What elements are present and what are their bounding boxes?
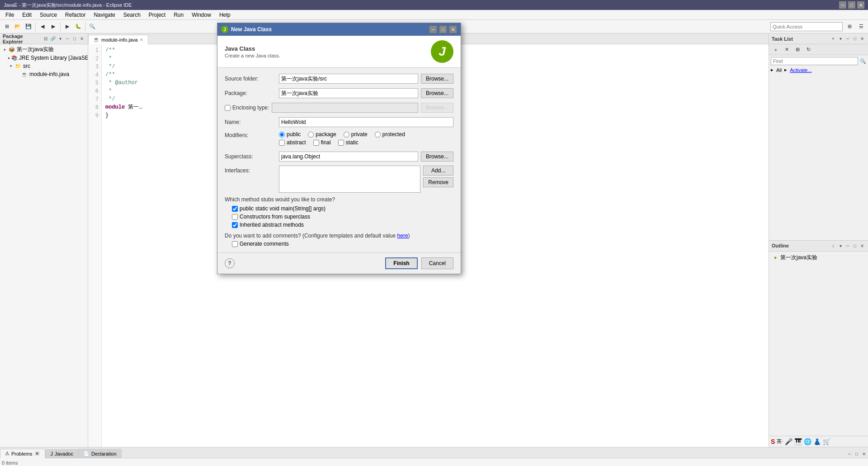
modifiers-row: Modifiers: public package pr (225, 131, 453, 147)
modifiers-options: public package private protected (279, 131, 453, 147)
enclosing-type-row: Enclosing type: Browse... (225, 102, 453, 113)
comments-section: Do you want to add comments? (Configure … (225, 233, 453, 247)
modifier-abstract-label: abstract (287, 139, 306, 146)
modifier-protected-radio[interactable] (375, 132, 381, 138)
dialog-restore-btn[interactable]: □ (439, 25, 447, 33)
comments-here-link[interactable]: here (397, 233, 408, 239)
source-folder-browse-btn[interactable]: Browse... (421, 74, 453, 84)
comments-question-end: ) (408, 233, 410, 239)
generate-comments-row: Generate comments (225, 241, 453, 247)
dialog-footer: ? Finish Cancel (217, 252, 461, 274)
modifier-abstract-option[interactable]: abstract (279, 139, 306, 146)
stubs-options: public static void main(String[] args) C… (225, 205, 453, 228)
stub-inherited-label: Inherited abstract methods (240, 222, 304, 228)
name-field (279, 117, 453, 127)
package-field: Browse... (279, 88, 453, 98)
stubs-question: Which method stubs would you like to cre… (225, 196, 453, 203)
dialog-body: Source folder: Browse... Package: Browse… (217, 68, 461, 252)
dialog-title-controls: ─ □ ✕ (429, 25, 457, 33)
enclosing-type-label: Enclosing type: (232, 105, 269, 111)
enclosing-field: Browse... (272, 103, 453, 113)
superclass-label: Superclass: (225, 153, 279, 160)
modifier-static-label: static (346, 139, 359, 146)
dialog-titlebar: J New Java Class ─ □ ✕ (217, 23, 461, 36)
comments-question-text: Do you want to add comments? (Configure … (225, 233, 397, 239)
modifier-abstract-checkbox[interactable] (279, 140, 285, 146)
generate-comments-option[interactable]: Generate comments (232, 241, 453, 247)
dialog-overlay: J New Java Class ─ □ ✕ Java Class Create… (0, 0, 868, 466)
modifier-public-label: public (287, 131, 301, 138)
name-input[interactable] (279, 117, 453, 127)
add-interface-btn[interactable]: Add... (423, 166, 453, 176)
modifiers-label: Modifiers: (225, 131, 279, 138)
finish-button[interactable]: Finish (385, 257, 417, 269)
name-row: Name: (225, 117, 453, 128)
modifier-package-label: package (316, 131, 336, 138)
stub-inherited-option[interactable]: Inherited abstract methods (232, 222, 453, 228)
interfaces-row: Interfaces: Add... Remove (225, 166, 453, 193)
modifier-protected-label: protected (382, 131, 405, 138)
enclosing-checkbox-area: Enclosing type: (225, 105, 269, 111)
modifier-package-radio[interactable] (308, 132, 314, 138)
comments-question-row: Do you want to add comments? (Configure … (225, 233, 453, 239)
dialog-java-letter: J (439, 44, 446, 59)
dialog-header: Java Class Create a new Java class. J (217, 36, 461, 68)
package-browse-btn[interactable]: Browse... (421, 88, 453, 98)
modifier-protected-option[interactable]: protected (375, 131, 405, 138)
dialog-header-subtitle: Create a new Java class. (225, 53, 280, 58)
modifiers-visibility-line: public package private protected (279, 131, 453, 138)
dialog-title-icon: J (221, 26, 228, 33)
footer-buttons: Finish Cancel (385, 257, 453, 269)
interfaces-buttons: Add... Remove (423, 166, 453, 187)
modifier-public-option[interactable]: public (279, 131, 301, 138)
stub-constructors-option[interactable]: Constructors from superclass (232, 214, 453, 220)
stub-constructors-label: Constructors from superclass (240, 214, 310, 220)
stub-main-checkbox[interactable] (232, 206, 238, 212)
modifier-private-radio[interactable] (344, 132, 349, 138)
superclass-browse-btn[interactable]: Browse... (421, 152, 453, 162)
dialog-header-text: Java Class Create a new Java class. (225, 45, 280, 58)
package-label: Package: (225, 90, 279, 96)
help-button[interactable]: ? (225, 258, 235, 268)
modifier-package-option[interactable]: package (308, 131, 336, 138)
dialog-close-btn[interactable]: ✕ (449, 25, 457, 33)
source-folder-row: Source folder: Browse... (225, 73, 453, 84)
source-folder-input[interactable] (279, 74, 418, 84)
modifier-final-option[interactable]: final (313, 139, 331, 146)
dialog-title-text: New Java Class (231, 26, 272, 33)
superclass-field: Browse... (279, 152, 453, 162)
stub-inherited-checkbox[interactable] (232, 222, 238, 228)
enclosing-browse-btn[interactable]: Browse... (421, 103, 453, 113)
stubs-section: Which method stubs would you like to cre… (225, 196, 453, 228)
dialog-title-left: J New Java Class (221, 26, 272, 33)
new-java-class-dialog: J New Java Class ─ □ ✕ Java Class Create… (217, 23, 461, 274)
cancel-button[interactable]: Cancel (421, 257, 453, 269)
dialog-java-icon: J (431, 40, 453, 63)
modifier-final-checkbox[interactable] (313, 140, 319, 146)
source-folder-field: Browse... (279, 74, 453, 84)
enclosing-type-checkbox[interactable] (225, 105, 231, 111)
interfaces-textarea[interactable] (279, 166, 420, 193)
interfaces-label: Interfaces: (225, 166, 279, 174)
stub-main-option[interactable]: public static void main(String[] args) (232, 205, 453, 212)
dialog-header-title: Java Class (225, 45, 280, 52)
package-row: Package: Browse... (225, 88, 453, 99)
enclosing-type-input[interactable] (272, 103, 418, 113)
interfaces-field: Add... Remove (279, 166, 453, 193)
remove-interface-btn[interactable]: Remove (423, 177, 453, 187)
superclass-input[interactable] (279, 152, 418, 162)
source-folder-label: Source folder: (225, 76, 279, 82)
modifier-static-checkbox[interactable] (338, 140, 344, 146)
modifier-private-option[interactable]: private (344, 131, 368, 138)
generate-comments-label: Generate comments (240, 241, 289, 247)
superclass-row: Superclass: Browse... (225, 151, 453, 162)
modifier-private-label: private (351, 131, 368, 138)
generate-comments-checkbox[interactable] (232, 241, 238, 247)
name-label: Name: (225, 119, 279, 125)
dialog-minimize-btn[interactable]: ─ (429, 25, 437, 33)
modifier-static-option[interactable]: static (338, 139, 359, 146)
stub-constructors-checkbox[interactable] (232, 214, 238, 220)
package-input[interactable] (279, 88, 418, 98)
stub-main-label: public static void main(String[] args) (240, 205, 326, 212)
modifier-public-radio[interactable] (279, 132, 285, 138)
